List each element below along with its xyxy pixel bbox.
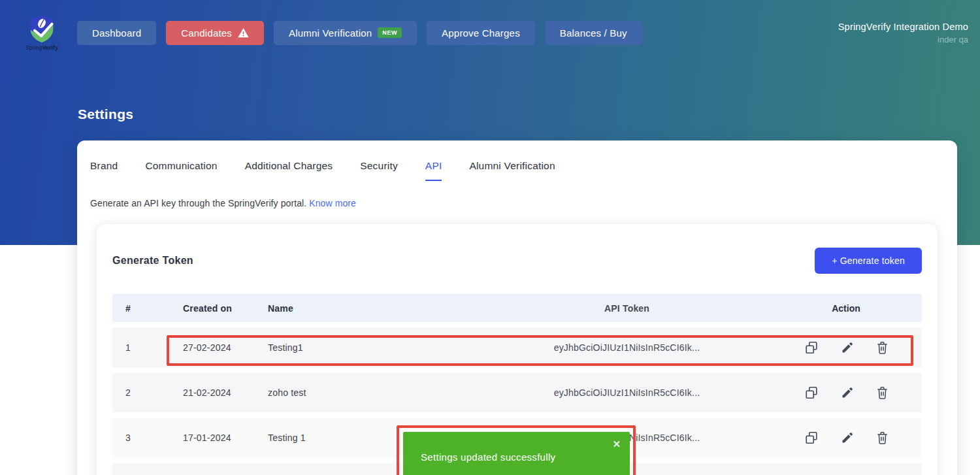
nav-approve-charges-label: Approve Charges — [442, 27, 520, 39]
pencil-icon — [841, 431, 854, 444]
copy-icon — [804, 385, 819, 400]
row-actions — [770, 431, 922, 445]
tab-additional-charges[interactable]: Additional Charges — [245, 160, 333, 181]
row-name: zoho test — [255, 387, 451, 398]
annotation-box-row1 — [167, 335, 913, 366]
nav-dashboard-label: Dashboard — [92, 27, 141, 39]
tab-security[interactable]: Security — [360, 160, 398, 181]
springverify-shield-icon — [27, 14, 56, 43]
nav-approve-charges-button[interactable]: Approve Charges — [427, 21, 535, 45]
top-navbar: SpringVerify Dashboard Candidates Alumni… — [14, 12, 971, 54]
logo-text: SpringVerify — [25, 44, 58, 51]
generate-token-button[interactable]: + Generate token — [815, 248, 922, 274]
table-header-row: # Created on Name API Token Action — [112, 294, 922, 322]
nav-dashboard-button[interactable]: Dashboard — [77, 21, 156, 45]
user-company: SpringVerify Integration Demo — [838, 22, 968, 32]
api-description-text: Generate an API key through the SpringVe… — [90, 198, 306, 208]
nav-candidates-label: Candidates — [181, 27, 232, 39]
new-badge: NEW — [378, 27, 402, 38]
nav-balances-buy-label: Balances / Buy — [560, 27, 627, 39]
col-header-action-label: Action — [832, 303, 860, 314]
nav-buttons: Dashboard Candidates Alumni Verification… — [77, 21, 642, 45]
tab-communication[interactable]: Communication — [145, 160, 217, 181]
delete-token-button[interactable] — [876, 386, 889, 400]
annotation-box-toast — [397, 425, 636, 475]
nav-alumni-verification-button[interactable]: Alumni Verification NEW — [274, 21, 417, 45]
settings-tabs: Brand Communication Additional Charges S… — [77, 140, 957, 181]
table-row: 2 21-02-2024 zoho test eyJhbGciOiJIUzI1N… — [112, 373, 922, 412]
trash-icon — [876, 386, 889, 400]
col-header-token: API Token — [451, 303, 770, 314]
row-created: 17-01-2024 — [170, 433, 255, 443]
col-header-name: Name — [255, 303, 451, 314]
warning-icon — [238, 28, 249, 38]
tab-alumni-verification[interactable]: Alumni Verification — [469, 160, 555, 181]
card-title: Generate Token — [112, 255, 193, 267]
tab-brand[interactable]: Brand — [90, 160, 118, 181]
edit-token-button[interactable] — [841, 386, 854, 399]
col-header-action: Action — [770, 303, 922, 314]
row-created: 21-02-2024 — [170, 387, 255, 398]
know-more-link[interactable]: Know more — [309, 198, 356, 208]
row-index: 1 — [112, 342, 170, 353]
user-info[interactable]: SpringVerify Integration Demo inder qa — [838, 22, 971, 44]
copy-token-button[interactable] — [804, 385, 819, 400]
row-index: 2 — [112, 387, 170, 398]
pencil-icon — [841, 386, 854, 399]
delete-token-button[interactable] — [876, 431, 889, 445]
nav-candidates-button[interactable]: Candidates — [166, 21, 264, 45]
edit-token-button[interactable] — [841, 431, 854, 444]
row-index: 3 — [112, 433, 170, 443]
page-title: Settings — [78, 106, 133, 122]
nav-balances-buy-button[interactable]: Balances / Buy — [545, 21, 642, 45]
card-header: Generate Token + Generate token — [112, 246, 922, 274]
user-name: inder qa — [838, 35, 968, 44]
col-header-created: Created on — [170, 303, 255, 314]
col-header-index: # — [112, 303, 170, 314]
api-description: Generate an API key through the SpringVe… — [90, 198, 944, 208]
nav-alumni-label: Alumni Verification — [289, 27, 372, 39]
springverify-logo[interactable]: SpringVerify — [14, 14, 69, 51]
row-actions — [770, 385, 922, 400]
copy-icon — [804, 431, 819, 445]
trash-icon — [876, 431, 889, 445]
row-token: eyJhbGciOiJIUzI1NiIsInR5cCI6Ik... — [451, 387, 770, 398]
copy-token-button[interactable] — [804, 431, 819, 445]
tab-api[interactable]: API — [425, 160, 442, 181]
